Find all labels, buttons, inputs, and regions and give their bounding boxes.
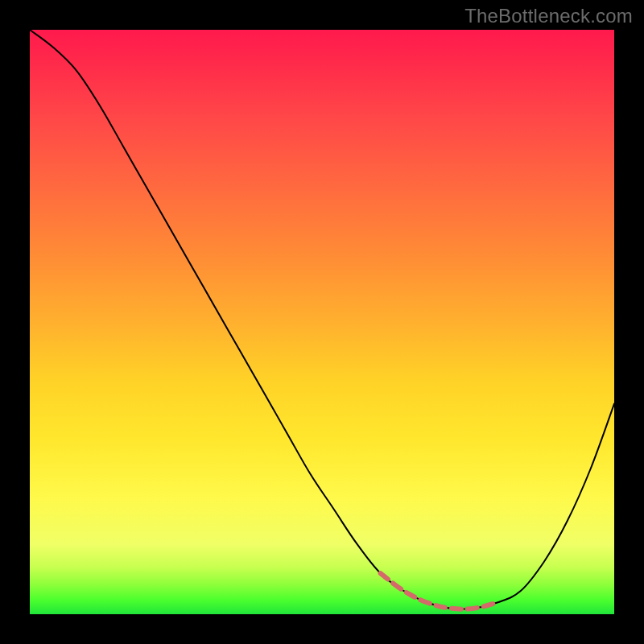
chart-frame: TheBottleneck.com [0,0,644,644]
bottleneck-curve [30,30,614,609]
plot-area [30,30,614,614]
watermark-label: TheBottleneck.com [464,5,633,27]
optimal-zone-highlight [381,573,497,609]
plot-svg [30,30,614,614]
